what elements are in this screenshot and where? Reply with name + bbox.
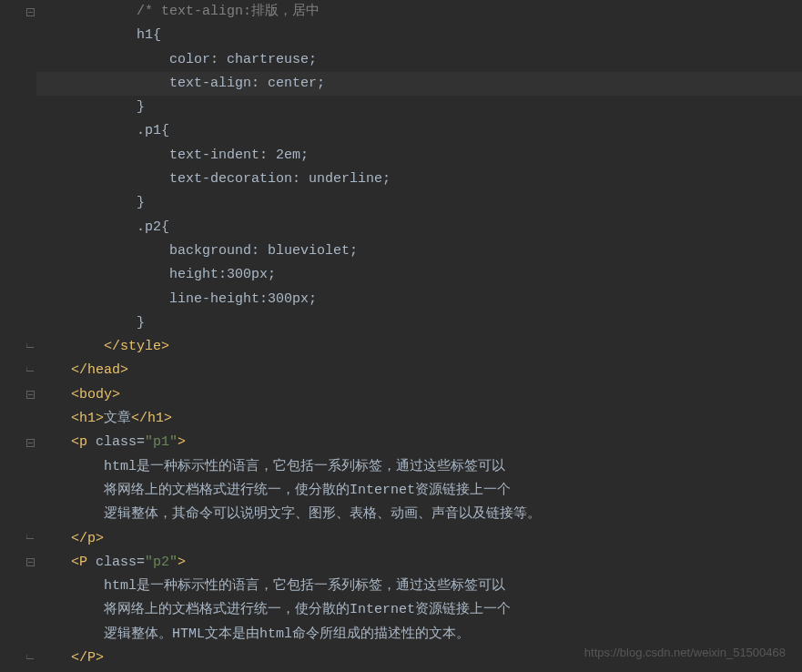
code-token: .p1{ (137, 123, 169, 138)
code-token: line-height:300px; (169, 291, 317, 307)
code-token: </head> (71, 362, 128, 378)
code-line[interactable]: } (36, 311, 802, 335)
code-line[interactable]: 将网络上的文档格式进行统一，使分散的Internet资源链接上一个 (36, 479, 802, 503)
code-line[interactable]: .p2{ (36, 216, 802, 239)
code-line[interactable]: text-align: center; (36, 72, 802, 96)
fold-collapse-icon[interactable] (25, 391, 35, 400)
code-token: text-align: center; (169, 76, 325, 91)
code-line[interactable]: } (36, 96, 802, 119)
code-token: text-decoration: underline; (169, 171, 391, 187)
code-token: "p1" (145, 434, 178, 450)
code-token: height:300px; (169, 267, 276, 282)
code-area[interactable]: /* text-align:排版，居中 h1{ color: chartreus… (36, 0, 802, 672)
code-line[interactable]: } (36, 191, 802, 215)
code-token: } (137, 195, 145, 210)
code-token: "p2" (145, 555, 178, 570)
code-token: 文章 (104, 411, 131, 426)
code-token: 将网络上的文档格式进行统一，使分散的Internet资源链接上一个 (104, 483, 511, 498)
code-token: </p> (71, 531, 104, 546)
fold-end-icon[interactable] (25, 342, 35, 351)
fold-collapse-icon[interactable] (25, 558, 35, 567)
code-token: class (96, 434, 137, 450)
code-line[interactable]: background: blueviolet; (36, 239, 802, 263)
code-line[interactable]: text-indent: 2em; (36, 144, 802, 168)
editor-gutter (0, 0, 36, 672)
code-token: </h1> (131, 411, 172, 426)
code-token: /* text-align:排版，居中 (137, 4, 320, 19)
code-token: <body> (71, 387, 120, 402)
code-line[interactable]: /* text-align:排版，居中 (36, 0, 802, 24)
code-token: } (137, 315, 145, 331)
fold-end-icon[interactable] (25, 654, 35, 663)
code-token: .p2{ (137, 219, 169, 235)
code-token: </P> (71, 650, 104, 666)
code-token: text-indent: 2em; (169, 148, 309, 163)
code-line[interactable]: text-decoration: underline; (36, 168, 802, 191)
code-line[interactable]: 逻辑整体，其命令可以说明文字、图形、表格、动画、声音以及链接等。 (36, 503, 802, 526)
code-line[interactable]: color: chartreuse; (36, 48, 802, 72)
code-token: > (178, 555, 186, 570)
code-line[interactable]: <body> (36, 383, 802, 407)
code-token: </style> (104, 339, 169, 354)
code-token: 逻辑整体。HTML文本是由html命令所组成的描述性的文本。 (104, 626, 470, 642)
fold-end-icon[interactable] (25, 367, 35, 376)
code-token: <h1> (71, 411, 104, 426)
code-token: = (137, 434, 145, 450)
code-line[interactable]: html是一种标示性的语言，它包括一系列标签，通过这些标签可以 (36, 455, 802, 479)
code-token: 逻辑整体，其命令可以说明文字、图形、表格、动画、声音以及链接等。 (104, 506, 541, 522)
code-line[interactable]: height:300px; (36, 263, 802, 287)
code-token: background: blueviolet; (169, 243, 358, 259)
code-token: } (137, 99, 145, 115)
code-line[interactable]: 逻辑整体。HTML文本是由html命令所组成的描述性的文本。 (36, 623, 802, 647)
code-token: <p (71, 434, 96, 450)
code-token: 将网络上的文档格式进行统一，使分散的Internet资源链接上一个 (104, 602, 511, 617)
code-line[interactable]: <p class="p1"> (36, 431, 802, 454)
code-editor[interactable]: /* text-align:排版，居中 h1{ color: chartreus… (0, 0, 802, 672)
fold-collapse-icon[interactable] (25, 7, 35, 16)
fold-collapse-icon[interactable] (25, 438, 35, 447)
code-line[interactable]: <P class="p2"> (36, 551, 802, 575)
code-token: h1{ (137, 27, 161, 43)
code-line[interactable]: h1{ (36, 24, 802, 47)
code-line[interactable]: </p> (36, 527, 802, 551)
code-line[interactable]: <h1>文章</h1> (36, 407, 802, 431)
code-token: class (96, 555, 137, 570)
code-token: color: chartreuse; (169, 52, 317, 67)
fold-end-icon[interactable] (25, 535, 35, 544)
code-token: > (178, 434, 186, 450)
watermark-text: https://blog.csdn.net/weixin_51500468 (584, 646, 786, 659)
code-line[interactable]: line-height:300px; (36, 288, 802, 311)
code-token: <P (71, 555, 96, 570)
code-token: html是一种标示性的语言，它包括一系列标签，通过这些标签可以 (104, 459, 505, 474)
code-line[interactable]: .p1{ (36, 119, 802, 143)
code-token: html是一种标示性的语言，它包括一系列标签，通过这些标签可以 (104, 578, 505, 594)
code-line[interactable]: </style> (36, 335, 802, 359)
code-token: = (137, 555, 145, 570)
code-line[interactable]: </head> (36, 359, 802, 382)
code-line[interactable]: html是一种标示性的语言，它包括一系列标签，通过这些标签可以 (36, 575, 802, 598)
code-line[interactable]: 将网络上的文档格式进行统一，使分散的Internet资源链接上一个 (36, 598, 802, 622)
